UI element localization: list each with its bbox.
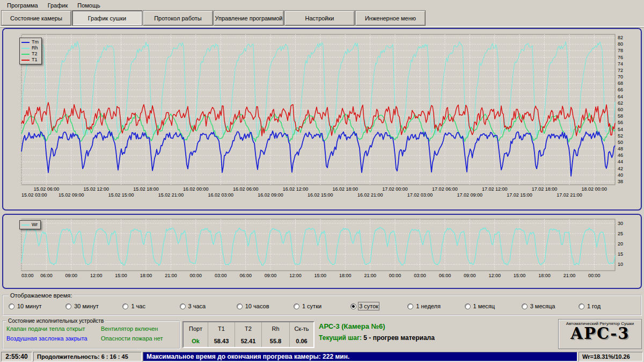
radio-label: 30 минут [74, 303, 99, 309]
svg-text:16.02 18:00: 16.02 18:00 [332, 186, 358, 192]
tab-work-protocol[interactable]: Протокол работы [143, 10, 213, 26]
tab-settings[interactable]: Настройки [284, 10, 355, 26]
svg-text:00:00: 00:00 [389, 273, 401, 278]
menu-item-chart[interactable]: График [43, 1, 73, 10]
svg-text:21:00: 21:00 [564, 273, 576, 278]
svg-text:15.02 21:00: 15.02 21:00 [158, 192, 184, 198]
svg-text:40: 40 [618, 172, 623, 178]
menu-item-help[interactable]: Помощь [72, 1, 105, 10]
svg-text:68: 68 [618, 81, 623, 86]
brand-box: Автоматический Регулятор Сушки АРС-3 [558, 319, 642, 349]
svg-text:09:00: 09:00 [65, 273, 78, 278]
device-status-1: Вентилятор включен [101, 325, 176, 332]
legend-label: T1 [32, 57, 38, 63]
svg-text:17.02 21:00: 17.02 21:00 [557, 192, 582, 198]
legend-swatch [21, 48, 30, 49]
drying-chart-svg: 3840424446485052545658606264666870727476… [3, 29, 641, 209]
svg-text:58: 58 [618, 113, 623, 119]
time-option-9[interactable]: 3 месяца [522, 303, 579, 309]
readings-table: ПортT1T2RhСк-тьOk58.4352.4155.80.06 [182, 321, 314, 348]
svg-text:16.02 21:00: 16.02 21:00 [357, 192, 383, 198]
legend-label: Tm [32, 39, 39, 45]
tab-camera-state[interactable]: Состояние камеры [1, 10, 71, 26]
reading-header-3: Rh [262, 322, 290, 335]
legend-label: Rh [32, 45, 38, 51]
reading-header-2: T2 [235, 322, 262, 335]
svg-text:12:00: 12:00 [289, 273, 302, 278]
svg-text:21:00: 21:00 [364, 273, 376, 278]
time-option-0[interactable]: 10 минут [9, 303, 65, 309]
reading-header-0: Порт [184, 322, 208, 335]
reading-value-4: 0.06 [290, 335, 313, 347]
time-option-5[interactable]: 1 сутки [294, 303, 350, 309]
svg-text:60: 60 [618, 107, 623, 112]
time-range-label: Отображаемое время: [9, 292, 74, 299]
reading-value-3: 55.8 [262, 335, 290, 347]
tab-program-control[interactable]: Управление программой [214, 10, 284, 26]
menu-item-program[interactable]: Программа [2, 1, 43, 10]
legend-item-Rh: Rh [21, 45, 39, 51]
tab-engineer-menu[interactable]: Инженерное меню [355, 10, 426, 26]
radio-label: 1 неделя [416, 303, 441, 309]
svg-text:16.02 06:00: 16.02 06:00 [233, 186, 259, 192]
svg-text:17.02 15:00: 17.02 15:00 [507, 192, 532, 198]
brand-logo: АРС-3 [570, 326, 630, 342]
svg-text:20: 20 [618, 241, 623, 247]
svg-text:80: 80 [618, 41, 623, 47]
svg-text:09:00: 09:00 [464, 273, 476, 278]
svg-text:03:00: 03:00 [215, 273, 227, 278]
svg-text:16.02 03:00: 16.02 03:00 [208, 192, 233, 198]
svg-text:21:00: 21:00 [165, 273, 177, 278]
svg-text:03:00: 03:00 [21, 273, 34, 278]
time-option-4[interactable]: 10 часов [237, 303, 294, 309]
tab-drying-chart[interactable]: График сушки [72, 10, 142, 26]
reading-value-0: Ok [184, 335, 208, 347]
legend-item-Wr: Wr [21, 222, 38, 228]
svg-text:15: 15 [618, 251, 623, 257]
svg-text:82: 82 [618, 35, 623, 40]
svg-text:72: 72 [618, 68, 623, 73]
time-option-3[interactable]: 3 часа [180, 303, 237, 309]
svg-text:16.02 00:00: 16.02 00:00 [183, 186, 209, 192]
time-option-10[interactable]: 1 год [579, 303, 635, 309]
svg-text:09:00: 09:00 [265, 273, 277, 278]
radio-label: 3 суток [359, 303, 378, 309]
radio-icon [180, 303, 186, 309]
main-chart-legend: TmRhT2T1 [19, 38, 42, 64]
svg-text:12:00: 12:00 [90, 273, 103, 278]
legend-item-Tm: Tm [21, 39, 39, 45]
svg-text:17.02 03:00: 17.02 03:00 [407, 192, 433, 198]
time-option-7[interactable]: 1 неделя [407, 303, 464, 309]
time-option-6[interactable]: 3 суток [350, 303, 407, 309]
camera-info: АРС-3 (Камера №6) Текущий шаг: 5 - прогр… [319, 322, 550, 342]
svg-text:25: 25 [618, 231, 623, 236]
current-step-label: Текущий шаг: [319, 334, 362, 342]
svg-text:15.02 03:00: 15.02 03:00 [21, 192, 47, 198]
svg-text:17.02 00:00: 17.02 00:00 [382, 186, 408, 192]
svg-text:16.02 15:00: 16.02 15:00 [308, 192, 333, 198]
status-bar: 2:55:40 Продолжительность: 6 : 16 : 45 М… [0, 351, 644, 362]
time-option-8[interactable]: 1 месяц [465, 303, 522, 309]
svg-text:46: 46 [618, 153, 623, 158]
svg-text:76: 76 [618, 55, 623, 60]
svg-text:00:00: 00:00 [190, 273, 202, 278]
svg-text:18:00: 18:00 [140, 273, 152, 278]
wr-chart-svg: 101520253003:0006:0009:0012:0015:0018:00… [3, 215, 641, 288]
svg-text:56: 56 [618, 120, 623, 125]
radio-icon [350, 303, 356, 309]
svg-text:10: 10 [618, 262, 623, 267]
svg-text:15:00: 15:00 [314, 273, 327, 278]
time-option-1[interactable]: 30 минут [65, 303, 122, 309]
svg-text:15:00: 15:00 [115, 273, 127, 278]
svg-text:15.02 12:00: 15.02 12:00 [83, 186, 109, 192]
svg-text:17.02 12:00: 17.02 12:00 [482, 186, 508, 192]
current-step-value: 5 - прогрев материала [362, 334, 435, 342]
devices-status-grid: Клапан подачи тепла открытВентилятор вкл… [6, 325, 176, 342]
time-option-2[interactable]: 1 час [122, 303, 179, 309]
svg-text:00:00: 00:00 [588, 273, 601, 278]
reading-value-1: 58.43 [208, 335, 235, 347]
svg-text:50: 50 [618, 140, 623, 145]
svg-text:17.02 18:00: 17.02 18:00 [532, 186, 558, 192]
svg-text:70: 70 [618, 74, 623, 79]
radio-icon [9, 303, 14, 309]
